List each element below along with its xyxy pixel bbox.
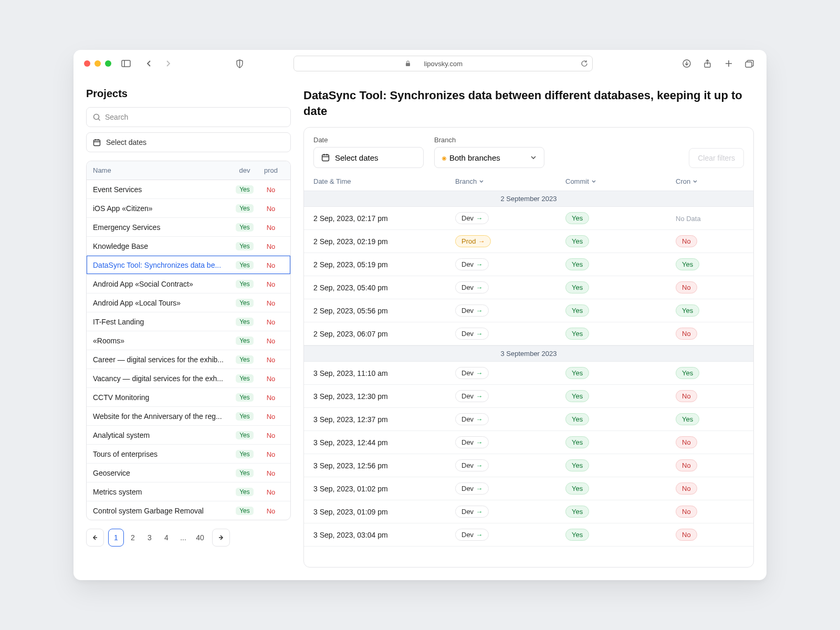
log-commit: Yes [565, 328, 676, 340]
log-row[interactable]: 2 Sep, 2023, 06:07 pmDev →YesNo [304, 322, 753, 345]
project-prod: No [258, 412, 284, 421]
log-row[interactable]: 3 Sep, 2023, 01:09 pmDev →YesNo [304, 500, 753, 523]
log-row[interactable]: 2 Sep, 2023, 05:19 pmDev →YesYes [304, 253, 753, 276]
project-row[interactable]: Android App «Social Contract»YesNo [87, 275, 290, 293]
project-row[interactable]: CCTV MonitoringYesNo [87, 388, 290, 407]
log-row[interactable]: 3 Sep, 2023, 12:37 pmDev →YesYes [304, 408, 753, 431]
project-name: Website for the Anniversary of the reg..… [93, 412, 232, 421]
log-commit: Yes [565, 367, 676, 379]
browser-window: lipovsky.com Projects [74, 50, 766, 580]
branch-filter[interactable]: Both branches [434, 147, 544, 168]
clear-filters-button[interactable]: Clear filters [689, 148, 744, 168]
project-row[interactable]: Emergency ServicesYesNo [87, 218, 290, 237]
chip-yes: Yes [565, 529, 589, 541]
downloads-icon[interactable] [680, 57, 693, 70]
svg-rect-2 [406, 63, 410, 66]
col-name: Name [93, 166, 232, 174]
log-col-commit[interactable]: Commit [565, 177, 676, 185]
project-row[interactable]: Website for the Anniversary of the reg..… [87, 407, 290, 426]
project-row[interactable]: IT-Fest LandingYesNo [87, 312, 290, 331]
project-row[interactable]: Knowledge BaseYesNo [87, 237, 290, 256]
project-row[interactable]: Analytical systemYesNo [87, 426, 290, 445]
project-dev: Yes [232, 355, 258, 364]
page-prev-button[interactable] [86, 529, 104, 547]
log-table-header: Date & Time Branch Commit Cron [304, 173, 753, 191]
project-name: Career — digital services for the exhib.… [93, 355, 232, 364]
chip-yes: Yes [565, 258, 589, 270]
project-name: DataSync Tool: Synchronizes data be... [93, 261, 232, 269]
share-icon[interactable] [701, 57, 714, 70]
log-branch: Dev → [455, 413, 565, 425]
page-number[interactable]: 1 [108, 529, 124, 547]
page-number[interactable]: 2 [125, 529, 141, 547]
shield-icon[interactable] [233, 57, 246, 70]
log-row[interactable]: 2 Sep, 2023, 05:56 pmDev →YesYes [304, 299, 753, 322]
project-row[interactable]: GeoserviceYesNo [87, 464, 290, 482]
close-window-icon[interactable] [84, 60, 90, 67]
project-prod: No [258, 318, 284, 326]
log-datetime: 3 Sep, 2023, 12:37 pm [313, 415, 455, 424]
project-row[interactable]: Event ServicesYesNo [87, 180, 290, 199]
reload-icon[interactable] [581, 60, 588, 67]
chip-no: No [676, 436, 697, 448]
sidebar-toggle-icon[interactable] [120, 57, 132, 70]
log-row[interactable]: 2 Sep, 2023, 02:19 pmProd →YesNo [304, 230, 753, 253]
log-row[interactable]: 3 Sep, 2023, 12:44 pmDev →YesNo [304, 431, 753, 454]
lock-icon [405, 60, 411, 67]
log-col-branch[interactable]: Branch [455, 177, 565, 185]
maximize-window-icon[interactable] [105, 60, 111, 67]
nav-forward-icon[interactable] [162, 57, 174, 70]
nav-back-icon[interactable] [143, 57, 155, 70]
page-ellipsis: ... [175, 529, 191, 547]
chip-yes: Yes [676, 304, 699, 317]
date-picker[interactable]: Select dates [86, 132, 291, 152]
log-branch: Dev → [455, 459, 565, 471]
project-row[interactable]: iOS App «Citizen»YesNo [87, 199, 290, 218]
project-row[interactable]: Control system Garbage RemovalYesNo [87, 501, 290, 520]
page-number[interactable]: 4 [159, 529, 174, 547]
log-row[interactable]: 2 Sep, 2023, 02:17 pmDev →YesNo Data [304, 207, 753, 230]
minimize-window-icon[interactable] [94, 60, 101, 67]
chip-yes: Yes [565, 367, 589, 379]
project-row[interactable]: Android App «Local Tours»YesNo [87, 293, 290, 312]
log-row[interactable]: 3 Sep, 2023, 03:04 pmDev →YesNo [304, 523, 753, 547]
log-row[interactable]: 3 Sep, 2023, 01:02 pmDev →YesNo [304, 477, 753, 500]
page-number[interactable]: 3 [142, 529, 158, 547]
project-row[interactable]: Tours of enterprisesYesNo [87, 445, 290, 464]
new-tab-icon[interactable] [722, 57, 735, 70]
url-bar[interactable]: lipovsky.com [293, 56, 593, 71]
chip-yes: Yes [565, 459, 589, 471]
log-row[interactable]: 3 Sep, 2023, 12:56 pmDev →YesNo [304, 454, 753, 477]
log-commit: Yes [565, 436, 676, 448]
project-row[interactable]: Vacancy — digital services for the exh..… [87, 369, 290, 388]
log-commit: Yes [565, 390, 676, 402]
projects-table-header: Name dev prod [87, 161, 290, 180]
chip-no: No [676, 281, 697, 293]
log-branch: Dev → [455, 436, 565, 448]
log-datetime: 3 Sep, 2023, 12:30 pm [313, 392, 455, 401]
project-row[interactable]: Metrics systemYesNo [87, 482, 290, 501]
chip-no: No [676, 390, 697, 402]
branch-chip-dev: Dev → [455, 212, 489, 224]
log-row[interactable]: 3 Sep, 2023, 11:10 amDev →YesYes [304, 362, 753, 385]
search-input[interactable]: Search [86, 107, 291, 127]
project-row[interactable]: «Rooms»YesNo [87, 331, 290, 350]
project-prod: No [258, 450, 284, 458]
project-prod: No [258, 337, 284, 345]
branch-filter-value: Both branches [449, 153, 500, 162]
project-row[interactable]: DataSync Tool: Synchronizes data be...Ye… [87, 256, 290, 275]
branch-chip-dev: Dev → [455, 390, 489, 402]
log-cron: Yes [676, 258, 744, 270]
project-name: Vacancy — digital services for the exh..… [93, 374, 232, 383]
tabs-icon[interactable] [743, 57, 756, 70]
page-number[interactable]: 40 [192, 529, 208, 547]
project-dev: Yes [232, 260, 258, 269]
page-next-button[interactable] [212, 529, 230, 547]
branch-chip-dev: Dev → [455, 304, 489, 317]
log-col-cron[interactable]: Cron [676, 177, 744, 185]
branch-chip-dev: Dev → [455, 482, 489, 495]
log-row[interactable]: 2 Sep, 2023, 05:40 pmDev →YesNo [304, 276, 753, 299]
log-row[interactable]: 3 Sep, 2023, 12:30 pmDev →YesNo [304, 385, 753, 408]
date-filter[interactable]: Select dates [313, 147, 424, 168]
project-row[interactable]: Career — digital services for the exhib.… [87, 350, 290, 369]
